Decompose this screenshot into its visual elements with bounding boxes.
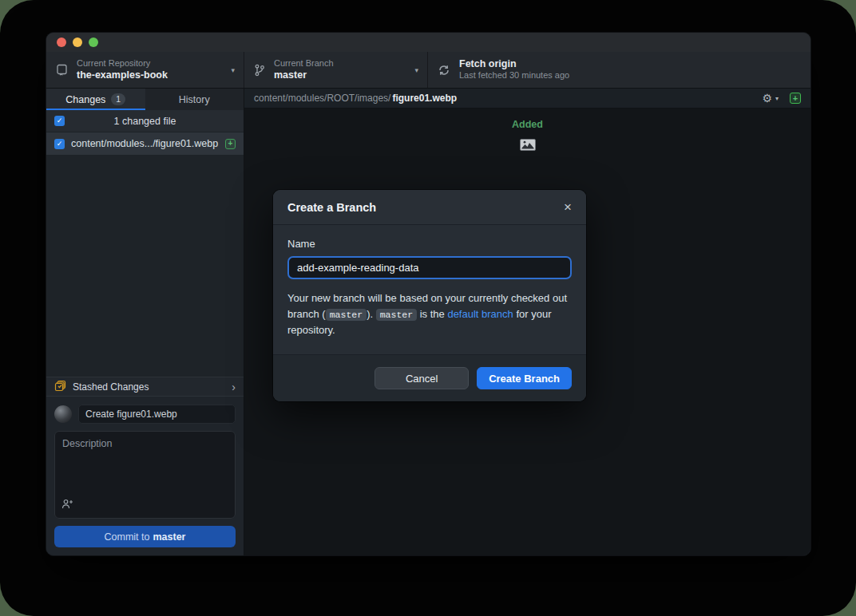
tab-history-label: History	[179, 94, 210, 105]
sync-icon	[438, 64, 450, 77]
code-master: master	[326, 309, 367, 321]
current-repository-button[interactable]: Current Repository the-examples-book ▾	[46, 52, 244, 88]
check-icon: ✓	[57, 117, 63, 124]
branch-value: master	[274, 69, 334, 82]
branch-text: Current Branch master	[274, 58, 334, 81]
stash-icon	[54, 380, 66, 394]
avatar	[54, 405, 72, 423]
changed-file-row[interactable]: ✓ content/modules.../figure01.webp +	[46, 132, 244, 155]
diff-options-button[interactable]: ⚙ ▾	[762, 93, 779, 104]
sidebar: Changes 1 History ✓ 1 changed file ✓ con…	[46, 89, 244, 555]
broken-image-icon	[520, 139, 536, 154]
add-coauthor-icon[interactable]	[61, 498, 73, 512]
dialog-body: Name Your new branch will be based on yo…	[273, 225, 586, 354]
fetch-sublabel: Last fetched 30 minutes ago	[459, 70, 569, 81]
branch-name-input[interactable]	[287, 256, 572, 279]
commit-summary-input[interactable]	[78, 405, 236, 424]
added-file-icon: +	[790, 93, 801, 104]
file-added-status-icon: +	[225, 139, 236, 149]
dialog-title: Create a Branch	[287, 201, 564, 214]
fetch-text: Fetch origin Last fetched 30 minutes ago	[459, 58, 569, 81]
repo-icon	[56, 64, 68, 77]
code-master: master	[376, 309, 417, 321]
tab-changes-label: Changes	[65, 94, 105, 105]
commit-description-wrap	[54, 431, 236, 519]
file-path-header: content/modules/ROOT/images/ figure01.we…	[244, 89, 810, 109]
select-all-checkbox[interactable]: ✓	[54, 116, 65, 126]
tab-changes[interactable]: Changes 1	[46, 89, 145, 110]
chevron-down-icon: ▾	[775, 95, 779, 102]
fetch-origin-button[interactable]: Fetch origin Last fetched 30 minutes ago	[428, 52, 810, 88]
diff-status-label: Added	[512, 119, 543, 130]
dialog-footer: Cancel Create Branch	[273, 354, 586, 401]
gear-icon: ⚙	[762, 93, 772, 104]
commit-button-prefix: Commit to	[105, 531, 150, 543]
cancel-button[interactable]: Cancel	[374, 367, 469, 389]
titlebar	[46, 33, 810, 52]
branch-icon	[254, 64, 265, 77]
toolbar: Current Repository the-examples-book ▾ C…	[46, 52, 810, 89]
branch-name-label: Name	[287, 238, 572, 250]
file-path: content/modules.../figure01.webp	[71, 138, 219, 149]
check-icon: ✓	[57, 140, 63, 148]
changed-files-summary: 1 changed file	[114, 116, 176, 127]
repo-text: Current Repository the-examples-book	[77, 58, 168, 81]
create-branch-dialog: Create a Branch × Name Your new branch w…	[273, 190, 586, 401]
commit-button-branch: master	[153, 531, 185, 543]
chevron-down-icon: ▾	[231, 66, 235, 74]
branch-label: Current Branch	[274, 58, 334, 69]
tab-history[interactable]: History	[145, 89, 244, 110]
zoom-window-button[interactable]	[89, 38, 98, 47]
changes-count-badge: 1	[111, 93, 125, 105]
close-icon[interactable]: ×	[564, 200, 572, 214]
commit-button[interactable]: Commit to master	[54, 526, 236, 547]
close-window-button[interactable]	[57, 38, 66, 47]
sidebar-tabs: Changes 1 History	[46, 89, 244, 110]
chevron-right-icon: ›	[232, 381, 236, 393]
dialog-header: Create a Branch ×	[273, 190, 586, 225]
file-path-prefix: content/modules/ROOT/images/	[254, 93, 390, 104]
default-branch-link[interactable]: default branch	[447, 308, 513, 320]
file-path-filename: figure01.webp	[392, 93, 457, 104]
current-branch-button[interactable]: Current Branch master ▾	[244, 52, 428, 88]
fetch-label: Fetch origin	[459, 58, 569, 71]
create-branch-button[interactable]: Create Branch	[477, 367, 572, 389]
chevron-down-icon: ▾	[414, 66, 418, 74]
commit-summary-row	[54, 405, 236, 424]
file-checkbox[interactable]: ✓	[54, 139, 65, 149]
changed-files-summary-row[interactable]: ✓ 1 changed file	[46, 110, 244, 132]
file-list-empty-area	[46, 155, 244, 377]
commit-form: Commit to master	[46, 397, 244, 555]
minimize-window-button[interactable]	[73, 38, 82, 47]
commit-description-input[interactable]	[54, 431, 236, 519]
repo-label: Current Repository	[77, 58, 168, 69]
stashed-changes-row[interactable]: Stashed Changes ›	[46, 377, 244, 397]
stashed-changes-label: Stashed Changes	[73, 381, 149, 393]
dialog-description: Your new branch will be based on your cu…	[287, 290, 572, 338]
repo-value: the-examples-book	[77, 69, 168, 82]
